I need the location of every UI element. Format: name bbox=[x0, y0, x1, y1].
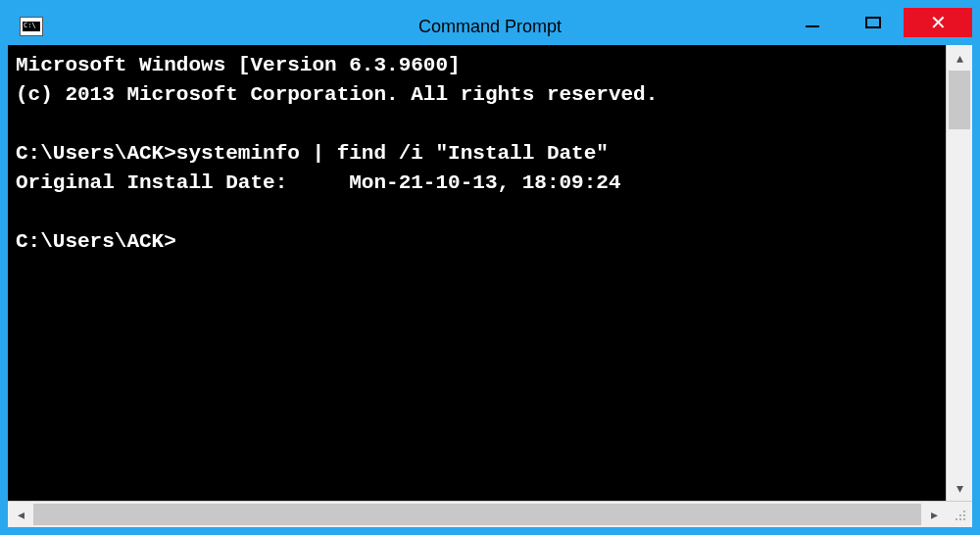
close-button[interactable]: ✕ bbox=[904, 8, 972, 37]
client-area: Microsoft Windows [Version 6.3.9600] (c)… bbox=[8, 45, 972, 527]
titlebar[interactable]: Command Prompt ✕ bbox=[8, 8, 972, 45]
command-prompt-window: Command Prompt ✕ Microsoft Windows [Vers… bbox=[8, 8, 972, 527]
horizontal-scroll-thumb[interactable] bbox=[33, 504, 921, 525]
svg-point-2 bbox=[963, 514, 965, 516]
chevron-down-icon: ▾ bbox=[956, 480, 963, 496]
maximize-button[interactable] bbox=[843, 8, 904, 37]
resize-grip-icon bbox=[953, 508, 966, 521]
console-output[interactable]: Microsoft Windows [Version 6.3.9600] (c)… bbox=[8, 45, 946, 501]
cmd-icon bbox=[20, 17, 43, 36]
scroll-down-button[interactable]: ▾ bbox=[947, 475, 972, 501]
vertical-scrollbar[interactable]: ▴ ▾ bbox=[946, 45, 972, 501]
resize-grip[interactable] bbox=[947, 502, 972, 527]
vertical-scroll-track[interactable] bbox=[947, 71, 972, 475]
close-icon: ✕ bbox=[930, 11, 947, 34]
console-wrap: Microsoft Windows [Version 6.3.9600] (c)… bbox=[8, 45, 972, 501]
svg-point-0 bbox=[963, 511, 965, 512]
vertical-scroll-thumb[interactable] bbox=[949, 71, 970, 129]
svg-point-4 bbox=[959, 518, 961, 520]
chevron-left-icon: ◂ bbox=[18, 507, 24, 522]
minimize-icon bbox=[806, 25, 819, 27]
scroll-left-button[interactable]: ◂ bbox=[8, 502, 33, 527]
chevron-up-icon: ▴ bbox=[956, 50, 963, 66]
svg-point-3 bbox=[956, 518, 957, 520]
svg-point-5 bbox=[963, 518, 965, 520]
window-controls: ✕ bbox=[782, 8, 972, 45]
minimize-button[interactable] bbox=[782, 8, 843, 37]
horizontal-scroll-track[interactable] bbox=[33, 502, 921, 527]
scroll-up-button[interactable]: ▴ bbox=[947, 45, 972, 71]
scroll-right-button[interactable]: ▸ bbox=[921, 502, 947, 527]
chevron-right-icon: ▸ bbox=[931, 507, 938, 522]
horizontal-scrollbar-row: ◂ ▸ bbox=[8, 501, 972, 527]
svg-point-1 bbox=[959, 514, 961, 516]
maximize-icon bbox=[865, 17, 881, 28]
